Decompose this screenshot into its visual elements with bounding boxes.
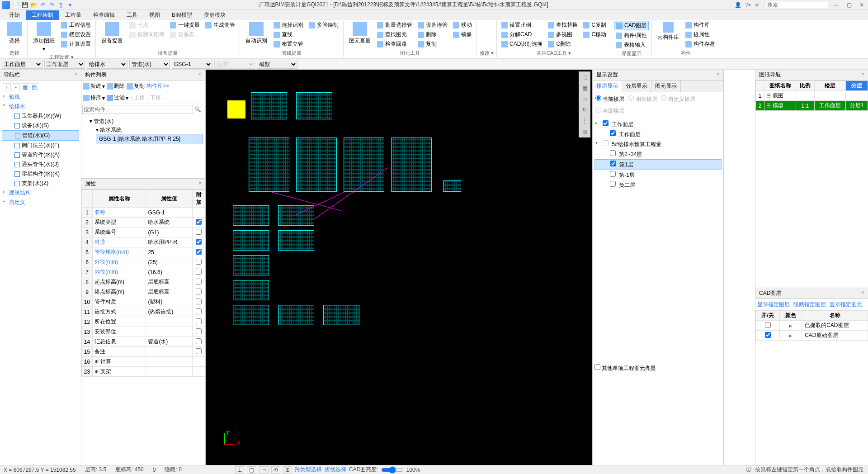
view-3d-icon[interactable]: ⬚	[579, 72, 590, 83]
dwg-col-layer[interactable]: 分层	[846, 81, 868, 91]
prop-row[interactable]: 15备注	[82, 347, 205, 357]
comp-filter-button[interactable]: 过滤 ▾	[107, 94, 128, 102]
prop-row[interactable]: 9终点标高(m)层底标高	[82, 287, 205, 297]
nav-close-icon[interactable]: ×	[74, 71, 77, 79]
prop-row[interactable]: 8起点标高(m)层底标高	[82, 277, 205, 287]
comp-down-button[interactable]: ↓ 下移	[146, 94, 161, 102]
nav-item[interactable]: 管道(水)(G)	[2, 130, 79, 141]
disp-item[interactable]: 第2~34层	[594, 149, 722, 159]
nav-item[interactable]: 轴线	[2, 92, 79, 102]
floor-select[interactable]: 分层1	[214, 60, 255, 69]
multi-view-button[interactable]: 多视图	[546, 30, 580, 39]
one-click-button[interactable]: 一键提量	[168, 21, 202, 29]
radio-custom-floor[interactable]: 自定义楼层	[661, 95, 695, 103]
prop-row[interactable]: 12所在位置	[82, 317, 205, 327]
sb-btn5[interactable]: ⊞	[283, 466, 292, 474]
menu-tab-1[interactable]: 工程绘制	[26, 10, 59, 20]
code-select[interactable]: GSG-1	[172, 60, 212, 69]
menu-tab-0[interactable]: 开始	[4, 10, 25, 20]
cloud-lib-button[interactable]: 云构件库	[655, 21, 682, 42]
nav-tb-4[interactable]: ▤	[30, 83, 38, 91]
nav-item[interactable]: 设备(水)(S)	[2, 121, 79, 130]
copy-button[interactable]: 复制	[416, 40, 449, 48]
element-measure-button[interactable]: 图元查量	[346, 21, 373, 46]
c-move-button[interactable]: C移动	[581, 30, 608, 39]
view-top-icon[interactable]: ▦	[579, 83, 590, 94]
disp-item[interactable]: 工作面层	[594, 129, 722, 139]
nav-item[interactable]: 给排水	[2, 102, 79, 111]
prop-row[interactable]: 3系统编号(G1)	[82, 228, 205, 237]
radio-all-floor[interactable]: 全部楼层	[595, 107, 624, 115]
group-label-cad[interactable]: 常用CAD工具 ▾	[500, 49, 608, 57]
disp-item[interactable]: ▾ 5#给排水预算工程量	[594, 139, 722, 149]
nav-tb-1[interactable]: +	[3, 83, 11, 91]
model-select[interactable]: 模型	[257, 60, 297, 69]
disp-close-icon[interactable]: ×	[717, 71, 720, 79]
disp-item[interactable]: 第-1层	[594, 170, 722, 180]
c-copy-button[interactable]: C复制	[581, 21, 608, 29]
prop-row[interactable]: 10管件材质(塑料)	[82, 297, 205, 307]
nav-tb-2[interactable]: -	[12, 83, 20, 91]
prop-row[interactable]: 6外径(mm)(25)	[82, 257, 205, 267]
device-connect-button[interactable]: 设备连管	[416, 21, 449, 29]
view-more-icon[interactable]: ⋮	[579, 115, 590, 126]
comp-delete-button[interactable]: 删除	[107, 82, 125, 90]
cad-viewport[interactable]: Y X ⬚ ▦ ▭ ↻ ⋮ ▥	[206, 70, 592, 465]
prop-row[interactable]: 1名称GSG-1	[82, 208, 205, 218]
other-proj-highlight[interactable]: 其他单项工程图元亮显	[594, 365, 656, 371]
comp-root[interactable]: ▾ 管道(水) ▾ 给水系统 GSG-1 [给水系统 给水用PP-R 25]	[83, 117, 203, 146]
qat-save-icon[interactable]: 💾	[21, 1, 29, 9]
qat-redo-icon[interactable]: ↷	[48, 1, 56, 9]
prop-row[interactable]: 16⊕ 计算	[82, 357, 205, 367]
component-prop-button[interactable]: 构件/属性	[614, 31, 649, 40]
save-component-button[interactable]: 构件存盘	[684, 40, 717, 48]
pin-icon[interactable]: ★	[755, 2, 760, 8]
select-button[interactable]: 选择	[5, 21, 24, 46]
view-grid-icon[interactable]: ▥	[579, 126, 590, 137]
component-lib-button[interactable]: 构件库	[684, 21, 717, 29]
prop-row[interactable]: 4材质给水用PP-R	[82, 237, 205, 247]
work-layer1-select[interactable]: 工作面层	[2, 60, 42, 69]
dwg-row[interactable]: 1⊟ 底图	[756, 91, 868, 101]
nav-item[interactable]: 通头管件(水)(J)	[2, 160, 79, 169]
check-loop-button[interactable]: 检查回路	[375, 40, 414, 48]
sb-cross-sel[interactable]: 跨类型选择	[295, 466, 322, 474]
view-rotate-icon[interactable]: ↻	[579, 104, 590, 115]
auto-recognize-button[interactable]: 自动识别	[243, 21, 270, 46]
menu-tab-5[interactable]: 视图	[144, 10, 165, 20]
batch-select-button[interactable]: 批量选择管	[375, 21, 414, 29]
disp-item[interactable]: 负二层	[594, 180, 722, 190]
prop-row[interactable]: 5管径规格(mm)25	[82, 247, 205, 257]
find-replace-button[interactable]: 查找替换	[546, 21, 580, 29]
c-delete-button[interactable]: C删除	[546, 40, 580, 48]
cadlayer-close-icon[interactable]: ×	[861, 289, 864, 297]
line-button[interactable]: 直线	[272, 30, 305, 39]
add-drawing-button[interactable]: 添加图纸▾	[30, 21, 57, 53]
comp-up-button[interactable]: ↑ 上移	[130, 94, 145, 102]
cad-layer-button[interactable]: CAD图层	[614, 21, 649, 30]
sb-collapse[interactable]: 折线选择	[325, 466, 346, 474]
maximize-icon[interactable]: ▢	[844, 2, 854, 8]
prop-row[interactable]: 23⊕ 支架	[82, 367, 205, 377]
disp-item[interactable]: 第1层	[594, 159, 722, 170]
system-select[interactable]: 给排水	[87, 60, 127, 69]
props-close-icon[interactable]: ×	[198, 180, 202, 188]
nav-item[interactable]: 支架(水)(Z)	[2, 179, 79, 188]
comp-copy-button[interactable]: 复制	[127, 82, 145, 90]
search-icon[interactable]: 🔍	[194, 106, 201, 113]
move-button[interactable]: 移动	[451, 21, 474, 29]
delete-button[interactable]: 删除	[416, 30, 449, 39]
work-layer2-select[interactable]: 工作面层	[44, 60, 85, 69]
menu-tab-6[interactable]: BIM模型	[166, 10, 198, 20]
comp-new-button[interactable]: 新建 ▾	[83, 82, 105, 90]
sb-btn2[interactable]: ▢	[247, 466, 256, 474]
calc-settings-button[interactable]: 计算设置	[59, 40, 93, 48]
minimize-icon[interactable]: —	[832, 2, 841, 8]
sb-btn3[interactable]: ▭	[259, 466, 269, 474]
menu-tab-7[interactable]: 变更模块	[198, 10, 231, 20]
search-input[interactable]	[765, 1, 828, 9]
explode-cad-button[interactable]: 分解CAD	[500, 30, 544, 39]
radio-adj-floor[interactable]: 相邻楼层	[628, 95, 657, 103]
view-front-icon[interactable]: ▭	[579, 94, 590, 104]
floor-settings-button[interactable]: 楼层设置	[59, 30, 93, 39]
